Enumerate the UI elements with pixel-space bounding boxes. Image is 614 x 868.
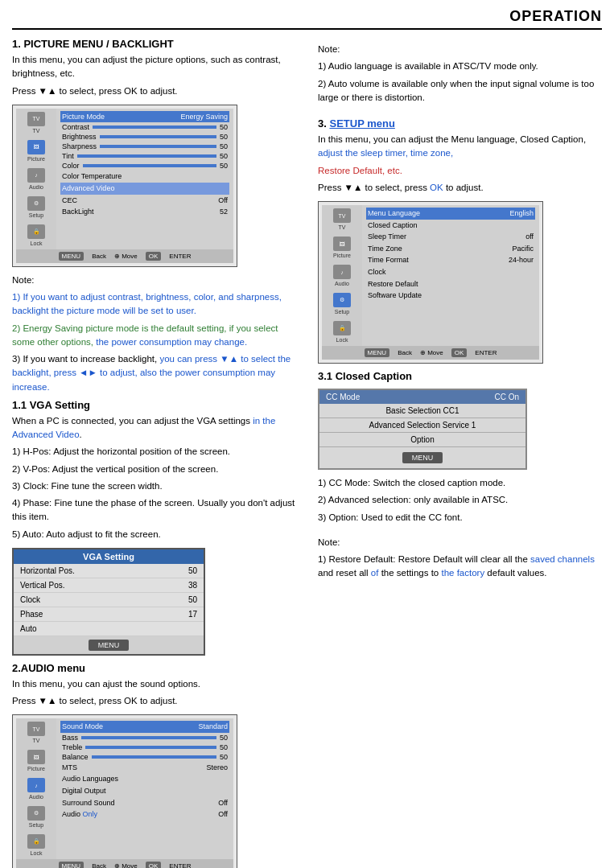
page-header: OPERATION bbox=[12, 8, 602, 30]
setup-row-clock: Clock bbox=[366, 266, 535, 278]
vga-row-clock: Clock50 bbox=[14, 593, 204, 607]
audio-row-audio-only: Audio OnlyOff bbox=[60, 808, 229, 821]
audio-menu-btn[interactable]: MENU bbox=[59, 862, 84, 868]
menu-row-advanced-video: Advanced Video bbox=[60, 183, 229, 195]
cc-box: CC Mode CC On Basic Selection CC1 Advanc… bbox=[318, 389, 527, 470]
setup-row-restore-default: Restore Default bbox=[366, 278, 535, 290]
restore-default-note: Note: 1) Restore Default: Restore Defaul… bbox=[318, 536, 602, 581]
audio-row-treble: Treble50 bbox=[60, 743, 229, 752]
setup-menu-btn[interactable]: MENU bbox=[365, 348, 390, 357]
audio-row-mts: MTSStereo bbox=[60, 762, 229, 774]
setup-row-time-format: Time Format24-hour bbox=[366, 254, 535, 266]
vga-footer: MENU bbox=[14, 636, 204, 654]
menu-btn[interactable]: MENU bbox=[59, 252, 84, 261]
setup-lock-icon: 🔒 bbox=[333, 321, 351, 335]
cc-option: Option bbox=[319, 433, 525, 447]
audio-row-languages: Audio Languages bbox=[60, 773, 229, 785]
audio-menu-inner: TV TV 🖼 Picture ♪ Audio bbox=[16, 718, 233, 859]
left-column: 1. PICTURE MENU / BACKLIGHT In this menu… bbox=[12, 38, 302, 868]
section-audio-menu: 2.AUDIO menu In this menu, you can ajust… bbox=[12, 662, 302, 868]
setup-ok-btn[interactable]: OK bbox=[451, 348, 468, 357]
sidebar-item-audio: ♪ Audio bbox=[27, 168, 45, 190]
cc-advanced-selection: Advanced Selection Service 1 bbox=[319, 418, 525, 433]
right-note1: Note: 1) Audio language is available in … bbox=[318, 43, 602, 105]
setup-menu-inner: TV TV 🖼 Picture ♪ Audio bbox=[322, 205, 539, 346]
audio-audio-icon: ♪ bbox=[27, 778, 45, 792]
audio-tv-icon: TV bbox=[27, 722, 45, 736]
sidebar-item-tv: TV TV bbox=[27, 112, 45, 134]
vga-title: VGA Setting bbox=[14, 549, 204, 564]
vga-menu-btn[interactable]: MENU bbox=[89, 640, 130, 651]
setup-menu-footer: MENU Back ⊕ Move OK ENTER bbox=[322, 346, 539, 360]
section1-intro: In this menu, you can adjust the picture… bbox=[12, 53, 302, 81]
section2-press: Press ▼▲ to select, press OK to adjust. bbox=[12, 694, 302, 708]
cc-mode-label: CC Mode bbox=[326, 393, 360, 401]
section-vga-setting: 1.1 VGA Setting When a PC is connected, … bbox=[12, 399, 302, 656]
setup-audio-icon: ♪ bbox=[333, 265, 351, 279]
vga-row-vpos: Vertical Pos.38 bbox=[14, 578, 204, 593]
audio-row-sound-mode: Sound ModeStandard bbox=[60, 721, 229, 733]
setup-tv-icon: TV bbox=[333, 208, 351, 223]
cc-basic-selection: Basic Selection CC1 bbox=[319, 404, 525, 418]
page-container: OPERATION 1. PICTURE MENU / BACKLIGHT In… bbox=[0, 0, 614, 868]
right-column: Note: 1) Audio language is available in … bbox=[318, 38, 602, 868]
section2-title: 2.AUDIO menu bbox=[12, 662, 302, 674]
setup-menu-sidebar: TV TV 🖼 Picture ♪ Audio bbox=[322, 205, 362, 346]
menu-row-contrast: Contrast50 bbox=[60, 122, 229, 132]
setup-sidebar-setup: ⚙ Setup bbox=[333, 293, 351, 315]
lock-icon: 🔒 bbox=[27, 224, 45, 239]
tv-icon: TV bbox=[27, 112, 45, 126]
section1-title: 1. PICTURE MENU / BACKLIGHT bbox=[12, 38, 302, 50]
menu-box-inner: TV TV 🖼 Picture ♪ Audio bbox=[16, 109, 233, 249]
audio-ok-btn[interactable]: OK bbox=[146, 862, 162, 868]
audio-setup-icon: ⚙ bbox=[27, 806, 45, 821]
vga-row-phase: Phase17 bbox=[14, 607, 204, 622]
setup-sidebar-audio: ♪ Audio bbox=[333, 265, 351, 286]
vga-row-hpos: Horizontal Pos.50 bbox=[14, 564, 204, 578]
sidebar-item-setup: ⚙ Setup bbox=[27, 196, 45, 218]
main-content: 1. PICTURE MENU / BACKLIGHT In this menu… bbox=[12, 38, 602, 868]
menu-row-picture-mode: Picture ModeEnergy Saving bbox=[60, 111, 229, 123]
setup-picture-icon: 🖼 bbox=[333, 237, 351, 251]
setup-row-menu-lang: Menu LanguageEnglish bbox=[366, 208, 535, 220]
setup-sidebar-picture: 🖼 Picture bbox=[333, 237, 351, 258]
audio-lock-icon: 🔒 bbox=[27, 834, 45, 849]
menu-row-cec: CECOff bbox=[60, 195, 229, 207]
ok-btn[interactable]: OK bbox=[146, 252, 162, 261]
page-title: OPERATION bbox=[509, 8, 602, 24]
cc-footer: MENU bbox=[319, 447, 525, 468]
menu-row-brightness: Brightness50 bbox=[60, 132, 229, 142]
section-closed-caption: 3.1 Closed Caption CC Mode CC On Basic S… bbox=[318, 370, 602, 581]
setup-sidebar-tv: TV TV bbox=[333, 208, 351, 230]
setup-setup-icon: ⚙ bbox=[333, 293, 351, 307]
cc-menu-btn[interactable]: MENU bbox=[402, 452, 443, 463]
setup-menu-content: Menu LanguageEnglish Closed Caption Slee… bbox=[362, 205, 539, 346]
setup-row-time-zone: Time ZonePacific bbox=[366, 243, 535, 255]
menu-sidebar: TV TV 🖼 Picture ♪ Audio bbox=[16, 109, 56, 249]
audio-sidebar-picture: 🖼 Picture bbox=[27, 750, 45, 771]
cc-mode-value: CC On bbox=[494, 393, 519, 401]
menu-row-backlight: BackLight52 bbox=[60, 206, 229, 218]
cc-notes: 1) CC Mode: Switch the closed caption mo… bbox=[318, 476, 602, 525]
picture-icon: 🖼 bbox=[27, 140, 45, 154]
menu-row-color-temp: Color Temperature bbox=[60, 171, 229, 183]
audio-row-bass: Bass50 bbox=[60, 733, 229, 743]
menu-row-color: Color50 bbox=[60, 161, 229, 171]
picture-menu-box: TV TV 🖼 Picture ♪ Audio bbox=[12, 105, 237, 267]
setup-menu-box: TV TV 🖼 Picture ♪ Audio bbox=[318, 201, 543, 364]
audio-sidebar-lock: 🔒 Lock bbox=[27, 834, 45, 856]
audio-row-balance: Balance50 bbox=[60, 752, 229, 762]
audio-menu-box: TV TV 🖼 Picture ♪ Audio bbox=[12, 714, 237, 868]
audio-row-surround-sound: Surround SoundOff bbox=[60, 797, 229, 809]
section1-notes: Note: 1) If you want to adjust contrast,… bbox=[12, 274, 302, 394]
setup-row-closed-caption: Closed Caption bbox=[366, 220, 535, 232]
section1-press: Press ▼▲ to select, press OK to adjust. bbox=[12, 84, 302, 98]
audio-menu-content: Sound ModeStandard Bass50 Treble50 Balan… bbox=[56, 718, 233, 859]
vga-row-auto: Auto bbox=[14, 622, 204, 636]
sidebar-item-picture: 🖼 Picture bbox=[27, 140, 45, 162]
section-setup-menu: 3. SETUP menu In this menu, you can adju… bbox=[318, 117, 602, 364]
section-picture-menu: 1. PICTURE MENU / BACKLIGHT In this menu… bbox=[12, 38, 302, 394]
menu-row-tint: Tint50 bbox=[60, 151, 229, 161]
audio-sidebar-tv: TV TV bbox=[27, 722, 45, 743]
setup-icon: ⚙ bbox=[27, 196, 45, 211]
